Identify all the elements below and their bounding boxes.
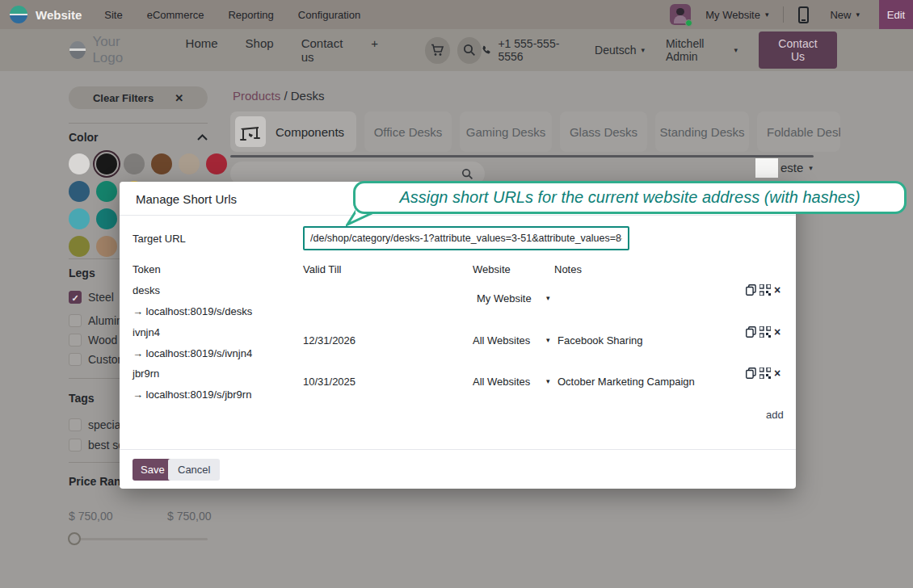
user-menu[interactable]: Mitchell Admin ▾ (666, 37, 738, 63)
copy-icon[interactable] (746, 284, 756, 296)
online-status-dot (685, 19, 692, 27)
tab-components[interactable]: Components (230, 111, 356, 152)
checkbox-steel[interactable]: ✓ Steel (69, 291, 114, 304)
cart-button[interactable] (425, 37, 450, 64)
color-swatch-beige[interactable] (179, 153, 200, 174)
website-switcher[interactable]: My Website ▾ (705, 9, 768, 21)
website-select[interactable]: All Websites (473, 334, 530, 346)
dialog-footer: Save Cancel (120, 449, 796, 489)
notes-cell[interactable]: Facebook Sharing (557, 334, 643, 346)
checkbox-special[interactable]: special (69, 418, 124, 431)
tab-label: Components (276, 125, 344, 139)
checkbox-label: Wood (88, 334, 117, 346)
tab-foldable-desks[interactable]: Foldable Desks (757, 111, 840, 152)
new-button-label: New (830, 9, 851, 21)
valid-till-cell[interactable]: 12/31/2026 (303, 334, 356, 346)
contact-us-button[interactable]: Contact Us (759, 32, 837, 69)
color-filter-heading[interactable]: Color (69, 131, 208, 144)
color-swatch-white[interactable] (69, 153, 90, 174)
checkbox-icon[interactable] (69, 334, 82, 346)
notes-cell[interactable]: October Marketing Campaign (557, 376, 695, 388)
delete-icon[interactable]: × (774, 327, 780, 338)
qr-code-icon[interactable] (759, 326, 771, 338)
color-swatch-olive[interactable] (69, 236, 90, 257)
short-url-cell: → localhost:8019/s/desks (133, 305, 252, 317)
color-swatch-red[interactable] (206, 153, 227, 174)
add-row-link[interactable]: add (766, 409, 784, 421)
desk-icon (235, 116, 266, 147)
qr-code-icon[interactable] (759, 284, 771, 296)
breadcrumb-products[interactable]: Products (233, 89, 280, 103)
qr-code-icon[interactable] (759, 368, 771, 379)
tour-tooltip: Assign short URLs for the current websit… (353, 181, 907, 214)
nav-add-page[interactable]: + (371, 36, 378, 64)
chevron-down-icon: ▾ (856, 10, 860, 19)
tab-gaming-desks[interactable]: Gaming Desks (460, 111, 552, 152)
color-swatch-teal[interactable] (96, 181, 117, 202)
menu-ecommerce[interactable]: eCommerce (147, 9, 204, 21)
copy-icon[interactable] (746, 326, 756, 338)
tab-standing-desks[interactable]: Standing Desks (655, 111, 749, 152)
tab-office-desks[interactable]: Office Desks (364, 111, 452, 152)
delete-icon[interactable]: × (774, 368, 780, 379)
user-avatar[interactable] (670, 4, 691, 25)
color-swatch-black[interactable] (96, 153, 117, 174)
checkbox-wood[interactable]: Wood (69, 334, 117, 346)
price-slider-handle[interactable] (68, 532, 81, 545)
target-url-label: Target URL (133, 233, 186, 245)
color-swatch-gray[interactable] (124, 153, 145, 174)
website-select[interactable]: My Website (477, 292, 532, 304)
row-actions: × (746, 326, 780, 338)
odoo-logo-icon (10, 6, 27, 23)
target-url-input[interactable] (303, 226, 629, 250)
chevron-down-icon[interactable]: ▾ (546, 336, 550, 344)
sort-dropdown-partial (755, 158, 778, 178)
tab-glass-desks[interactable]: Glass Desks (560, 111, 647, 152)
tooltip-text: Assign short URLs for the current websit… (399, 188, 860, 207)
nav-contact[interactable]: Contact us (301, 36, 344, 64)
phone-number[interactable]: +1 555-555-5556 (482, 37, 574, 63)
nav-home[interactable]: Home (186, 36, 218, 64)
color-swatch-brown[interactable] (151, 153, 172, 174)
checkbox-icon[interactable] (69, 353, 82, 366)
new-button[interactable]: New ▾ (830, 9, 860, 21)
nav-shop[interactable]: Shop (246, 36, 274, 64)
checkbox-icon[interactable] (69, 439, 82, 452)
color-title: Color (69, 131, 99, 144)
valid-till-cell[interactable]: 10/31/2025 (303, 376, 356, 388)
color-swatch-tan[interactable] (96, 236, 117, 257)
menu-configuration[interactable]: Configuration (298, 9, 360, 21)
mobile-preview-icon[interactable] (798, 6, 809, 23)
breadcrumb: Products / Desks (233, 89, 324, 103)
sort-dropdown[interactable]: este ▾ (780, 161, 813, 174)
search-button[interactable] (457, 37, 482, 64)
sort-label-fragment: este (780, 161, 803, 174)
app-name: Website (36, 8, 82, 22)
menu-site[interactable]: Site (104, 9, 122, 21)
tabs-scrollbar[interactable] (230, 155, 814, 158)
delete-icon[interactable]: × (774, 285, 780, 296)
close-icon[interactable]: ✕ (175, 92, 183, 104)
tab-label: Office Desks (374, 125, 443, 139)
checkbox-icon[interactable] (69, 314, 82, 327)
phone-number-text: +1 555-555-5556 (498, 37, 574, 63)
chevron-down-icon[interactable]: ▾ (546, 294, 550, 302)
col-header-valid-till: Valid Till (303, 263, 341, 275)
cancel-button[interactable]: Cancel (168, 459, 220, 481)
checkbox-custom[interactable]: Custom (69, 353, 127, 366)
edit-button[interactable]: Edit (879, 0, 913, 29)
clear-filters-button[interactable]: Clear Filters ✕ (69, 86, 208, 109)
checkbox-checked-icon[interactable]: ✓ (69, 291, 82, 304)
menu-reporting[interactable]: Reporting (228, 9, 273, 21)
price-slider-track[interactable] (69, 538, 208, 540)
website-select[interactable]: All Websites (473, 376, 530, 388)
color-swatch-cyan[interactable] (69, 208, 90, 229)
save-button[interactable]: Save (133, 459, 173, 481)
copy-icon[interactable] (746, 368, 756, 379)
color-swatch-dark-teal[interactable] (96, 208, 117, 229)
site-logo-text[interactable]: Your Logo (92, 34, 149, 66)
color-swatch-dark-blue[interactable] (69, 181, 90, 202)
checkbox-icon[interactable] (69, 418, 82, 431)
language-selector[interactable]: Deutsch ▾ (595, 44, 645, 57)
chevron-down-icon[interactable]: ▾ (546, 377, 550, 385)
